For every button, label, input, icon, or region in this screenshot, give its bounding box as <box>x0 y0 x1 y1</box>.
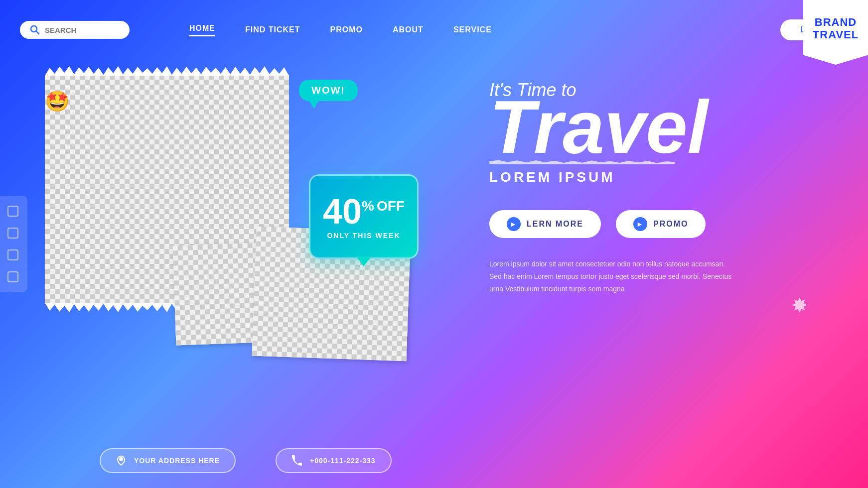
nav-promo[interactable]: PROMO <box>330 25 363 34</box>
wow-bubble: WOW! <box>299 80 358 101</box>
hero-description: Lorem ipsum dolor sit amet consectetuer … <box>489 258 738 296</box>
footer-address[interactable]: YOUR ADDRESS HERE <box>100 448 236 473</box>
nav-service[interactable]: SERVICE <box>453 25 492 34</box>
wow-label: WOW! <box>311 85 345 96</box>
promo-arrow-icon: ► <box>633 217 647 231</box>
discount-off: OFF <box>377 199 405 213</box>
brand-tagline: TRAVEL <box>813 29 859 41</box>
location-icon <box>116 455 127 466</box>
main-nav: HOME FIND TICKET PROMO ABOUT SERVICE <box>189 24 492 36</box>
promo-button[interactable]: ► PROMO <box>616 210 706 238</box>
header: HOME FIND TICKET PROMO ABOUT SERVICE LOG… <box>0 0 868 60</box>
sidebar-dot-4[interactable] <box>7 271 18 282</box>
cta-buttons: ► LERN MORE ► PROMO <box>489 210 838 238</box>
discount-percent: % <box>362 199 374 213</box>
brand-logo: BRAND TRAVEL <box>803 0 868 65</box>
svg-point-2 <box>119 457 123 461</box>
main-content: 🤩 WOW! 😆 ✺ @ 40 % <box>30 65 838 448</box>
address-label: YOUR ADDRESS HERE <box>134 457 220 465</box>
sidebar-dot-1[interactable] <box>7 206 18 217</box>
search-icon <box>30 25 40 35</box>
discount-number: 40 <box>323 194 362 229</box>
phone-label: +000-111-222-333 <box>310 457 376 465</box>
phone-icon <box>291 455 302 466</box>
right-content: ✸ It's Time to Travel LOREM IPSUM ► LERN… <box>489 80 838 295</box>
promo-label: PROMO <box>653 220 688 229</box>
subtitle-lorem: LOREM IPSUM <box>489 169 838 185</box>
search-input[interactable] <box>45 26 110 34</box>
emoji-kiss: 🤩 <box>45 90 70 113</box>
nav-about[interactable]: ABOUT <box>393 25 424 34</box>
sidebar-dot-2[interactable] <box>7 228 18 239</box>
learn-more-button[interactable]: ► LERN MORE <box>489 210 601 238</box>
learn-more-label: LERN MORE <box>527 220 583 229</box>
svg-line-1 <box>36 31 39 34</box>
sidebar-dot-3[interactable] <box>7 249 18 260</box>
footer-phone[interactable]: +000-111-222-333 <box>276 448 392 473</box>
discount-box: 40 % OFF ONLY THIS WEEK <box>309 174 419 259</box>
brand-name: BRAND <box>815 16 857 28</box>
discount-week-label: ONLY THIS WEEK <box>327 232 400 240</box>
nav-home[interactable]: HOME <box>189 24 215 36</box>
sun-deco-right: ✸ <box>791 294 808 317</box>
nav-find-ticket[interactable]: FIND TICKET <box>245 25 300 34</box>
search-bar[interactable] <box>20 21 130 39</box>
tagline-travel: Travel <box>489 96 708 159</box>
discount-number-group: 40 % OFF <box>323 194 405 229</box>
footer-info: YOUR ADDRESS HERE +000-111-222-333 <box>100 448 392 473</box>
sidebar <box>0 196 27 292</box>
learn-more-arrow-icon: ► <box>507 217 521 231</box>
